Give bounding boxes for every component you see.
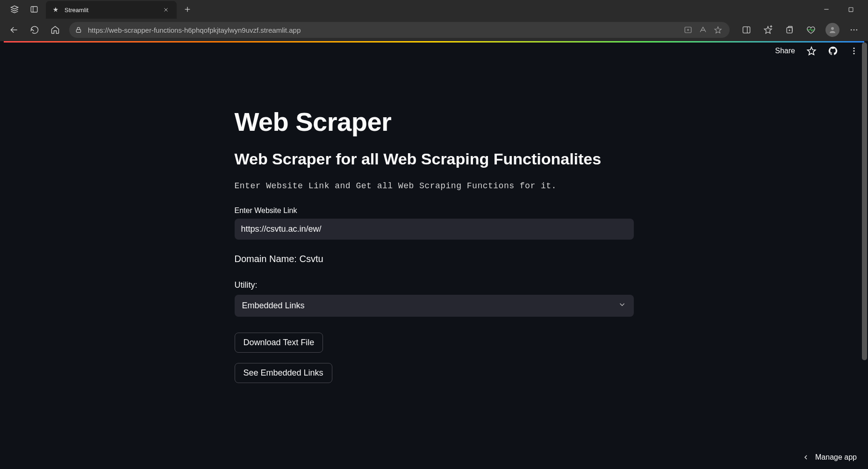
tab-actions-icon[interactable] xyxy=(26,1,42,17)
url-box[interactable]: https://web-scrapper-functions-h6phqofpk… xyxy=(69,22,730,38)
scrollbar-thumb[interactable] xyxy=(862,43,867,360)
utility-selected-value: Embedded Links xyxy=(242,301,305,311)
manage-app-button[interactable]: Manage app xyxy=(802,453,857,462)
share-button[interactable]: Share xyxy=(775,47,795,55)
back-button[interactable] xyxy=(5,21,23,39)
lock-icon xyxy=(75,26,82,34)
star-icon[interactable] xyxy=(806,46,817,56)
utility-select[interactable]: Embedded Links xyxy=(235,295,634,317)
main-content: Web Scraper Web Scraper for all Web Scra… xyxy=(235,41,634,393)
page-description: Enter Website Link and Get all Web Scrap… xyxy=(235,181,634,191)
browser-chrome: Streamlit xyxy=(0,0,868,41)
url-text: https://web-scrapper-functions-h6phqofpk… xyxy=(88,26,678,34)
domain-name-text: Domain Name: Csvtu xyxy=(235,254,634,264)
website-link-input[interactable] xyxy=(235,219,634,240)
chevron-down-icon xyxy=(618,300,626,311)
vertical-scrollbar[interactable] xyxy=(861,43,868,469)
svg-point-26 xyxy=(854,50,855,52)
svg-point-25 xyxy=(854,48,855,49)
new-tab-button[interactable] xyxy=(179,1,195,17)
refresh-button[interactable] xyxy=(25,21,44,39)
favorites-icon[interactable] xyxy=(759,21,777,39)
tab-bar: Streamlit xyxy=(0,0,868,19)
github-icon[interactable] xyxy=(828,46,838,56)
tab-close-icon[interactable] xyxy=(162,6,170,14)
download-text-file-button[interactable]: Download Text File xyxy=(235,333,323,353)
svg-rect-7 xyxy=(849,7,853,12)
page-viewport: Share Web Scraper Web Scraper for all We… xyxy=(0,41,868,469)
svg-rect-0 xyxy=(31,7,37,12)
home-button[interactable] xyxy=(46,21,65,39)
app-menu-icon[interactable] xyxy=(849,46,859,56)
workspaces-icon[interactable] xyxy=(7,1,22,17)
browser-tab[interactable]: Streamlit xyxy=(46,1,177,19)
more-menu-icon[interactable] xyxy=(845,21,863,39)
split-screen-icon[interactable] xyxy=(737,21,756,39)
chevron-left-icon xyxy=(802,454,810,461)
page-title: Web Scraper xyxy=(235,107,634,137)
svg-point-21 xyxy=(831,27,834,30)
addr-favorite-icon[interactable] xyxy=(714,26,722,34)
utility-label: Utility: xyxy=(235,280,634,290)
tab-title: Streamlit xyxy=(65,7,157,14)
svg-point-22 xyxy=(851,29,852,31)
svg-point-24 xyxy=(856,29,858,31)
minimize-button[interactable] xyxy=(818,1,834,17)
svg-rect-14 xyxy=(743,27,750,33)
streamlit-topbar: Share xyxy=(775,46,859,56)
extensions-icon[interactable] xyxy=(684,26,692,34)
address-bar: https://web-scrapper-functions-h6phqofpk… xyxy=(0,19,868,41)
loading-bar xyxy=(4,41,864,43)
svg-point-27 xyxy=(854,53,855,54)
maximize-button[interactable] xyxy=(843,1,859,17)
tab-favicon-icon xyxy=(51,6,60,14)
input-label: Enter Website Link xyxy=(235,206,634,215)
svg-rect-9 xyxy=(76,29,80,32)
performance-icon[interactable] xyxy=(802,21,820,39)
profile-avatar[interactable] xyxy=(823,21,842,39)
manage-app-label: Manage app xyxy=(815,453,857,462)
svg-point-23 xyxy=(854,29,855,31)
collections-icon[interactable] xyxy=(780,21,799,39)
read-aloud-icon[interactable] xyxy=(699,26,707,34)
page-subtitle: Web Scraper for all Web Scraping Functio… xyxy=(235,150,634,168)
see-embedded-links-button[interactable]: See Embedded Links xyxy=(235,363,332,383)
